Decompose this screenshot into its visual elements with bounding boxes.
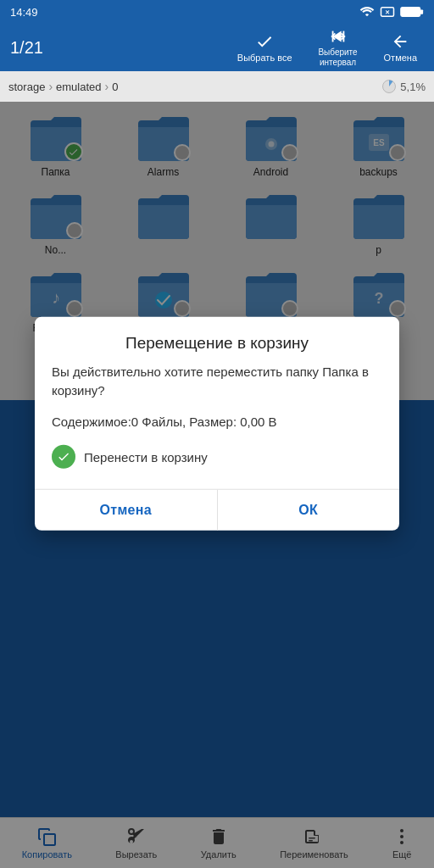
svg-rect-3 (420, 9, 424, 14)
breadcrumb-sep2: › (105, 80, 109, 93)
select-interval-button[interactable]: Выберите интервал (306, 24, 370, 71)
svg-text:✕: ✕ (385, 9, 390, 15)
storage-pie-icon (381, 79, 397, 94)
breadcrumb-storage[interactable]: storage (8, 81, 45, 93)
cancel-label: Отмена (384, 53, 417, 63)
storage-info: 5,1% (381, 79, 426, 94)
dialog-body: Вы действительно хотите переместить папк… (35, 362, 399, 489)
select-all-button[interactable]: Выбрать все (231, 29, 299, 66)
cancel-button[interactable]: Отмена (377, 29, 424, 66)
top-toolbar: 1/21 Выбрать все Выберите интервал (0, 24, 434, 71)
selection-count: 1/21 (10, 38, 231, 58)
breadcrumb-sep1: › (48, 80, 53, 93)
sim-icon: ✕ (380, 6, 395, 18)
app-wrapper: 14:49 ✕ 1/21 (0, 0, 434, 868)
trash-option-icon (52, 445, 75, 469)
storage-percent: 5,1% (400, 81, 426, 93)
dialog-option-trash[interactable]: Перенести в корзину (52, 445, 382, 469)
select-interval-label: Выберите интервал (313, 47, 364, 68)
breadcrumb-folder[interactable]: 0 (112, 81, 118, 93)
status-icons: ✕ (359, 6, 424, 18)
file-browser-content: Папка Alarms (0, 102, 434, 868)
breadcrumb-emulated[interactable]: emulated (56, 81, 101, 93)
breadcrumb: storage › emulated › 0 5,1% (0, 71, 434, 102)
wifi-icon (359, 6, 375, 18)
dialog-ok-button[interactable]: ОК (218, 490, 400, 531)
dialog-buttons: Отмена ОК (35, 490, 399, 531)
svg-rect-2 (401, 8, 420, 17)
time-label: 14:49 (10, 6, 38, 19)
status-bar: 14:49 ✕ (0, 0, 434, 24)
dialog-info-text: Содержимое:0 Файлы, Размер: 0,00 В (52, 412, 382, 431)
dialog-title: Перемещение в корзину (35, 316, 399, 362)
toolbar-actions: Выбрать все Выберите интервал Отмена (231, 24, 424, 71)
dialog-body-text: Вы действительно хотите переместить папк… (52, 362, 382, 400)
battery-icon (400, 6, 424, 18)
dialog-option-label: Перенести в корзину (84, 449, 208, 464)
select-all-label: Выбрать все (237, 53, 292, 63)
dialog-cancel-button[interactable]: Отмена (35, 490, 217, 531)
trash-dialog: Перемещение в корзину Вы действительно х… (35, 316, 399, 531)
